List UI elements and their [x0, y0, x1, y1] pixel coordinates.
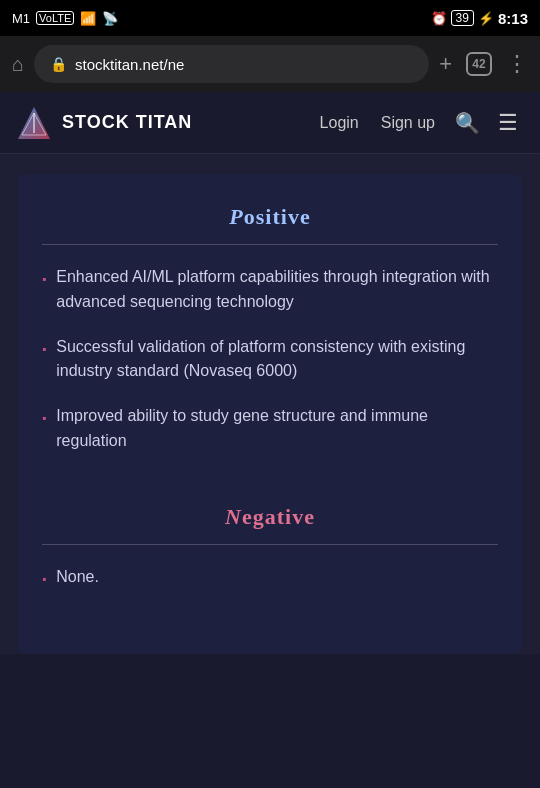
url-text: stocktitan.net/ne — [75, 56, 413, 73]
url-lock-icon: 🔒 — [50, 56, 67, 72]
positive-bullet-1: Enhanced AI/ML platform capabilities thr… — [56, 265, 498, 315]
list-item: ▪ Successful validation of platform cons… — [42, 335, 498, 385]
wifi-icon: 📡 — [102, 11, 118, 26]
positive-bullet-2: Successful validation of platform consis… — [56, 335, 498, 385]
positive-title: Positive — [42, 204, 498, 230]
bullet-marker: ▪ — [42, 409, 46, 428]
negative-section: Negative ▪ None. — [42, 504, 498, 590]
list-item: ▪ Enhanced AI/ML platform capabilities t… — [42, 265, 498, 315]
status-right: ⏰ 39 ⚡ 8:13 — [431, 10, 528, 27]
url-bar[interactable]: 🔒 stocktitan.net/ne — [34, 45, 429, 83]
browser-chrome: ⌂ 🔒 stocktitan.net/ne + 42 ⋮ — [0, 36, 540, 92]
signal-icon: 📶 — [80, 11, 96, 26]
signup-link[interactable]: Sign up — [373, 108, 443, 138]
positive-divider — [42, 244, 498, 245]
browser-menu-icon[interactable]: ⋮ — [506, 51, 528, 77]
site-logo: STOCK TITAN — [16, 105, 192, 141]
bullet-marker: ▪ — [42, 340, 46, 359]
site-nav: Login Sign up 🔍 ☰ — [312, 104, 524, 142]
negative-title: Negative — [42, 504, 498, 530]
login-link[interactable]: Login — [312, 108, 367, 138]
browser-actions: + 42 ⋮ — [439, 51, 528, 77]
charging-icon: ⚡ — [478, 11, 494, 26]
negative-divider — [42, 544, 498, 545]
hamburger-menu-icon[interactable]: ☰ — [492, 104, 524, 142]
site-title: STOCK TITAN — [62, 112, 192, 133]
list-item: ▪ Improved ability to study gene structu… — [42, 404, 498, 454]
alarm-icon: ⏰ — [431, 11, 447, 26]
home-icon[interactable]: ⌂ — [12, 53, 24, 76]
negative-bullet-list: ▪ None. — [42, 565, 498, 590]
battery-level: 39 — [451, 10, 474, 26]
negative-bullet-1: None. — [56, 565, 99, 590]
positive-bullet-3: Improved ability to study gene structure… — [56, 404, 498, 454]
bullet-marker: ▪ — [42, 270, 46, 289]
positive-bullet-list: ▪ Enhanced AI/ML platform capabilities t… — [42, 265, 498, 454]
search-icon[interactable]: 🔍 — [449, 105, 486, 141]
status-left: M1 VoLTE 📶 📡 — [12, 11, 118, 26]
bullet-marker: ▪ — [42, 570, 46, 589]
tabs-count-badge[interactable]: 42 — [466, 52, 492, 76]
status-time: 8:13 — [498, 10, 528, 27]
logo-icon — [16, 105, 52, 141]
positive-section: Positive ▪ Enhanced AI/ML platform capab… — [42, 204, 498, 454]
carrier-label: M1 — [12, 11, 30, 26]
volte-badge: VoLTE — [36, 11, 74, 25]
list-item: ▪ None. — [42, 565, 498, 590]
sentiment-card: Positive ▪ Enhanced AI/ML platform capab… — [18, 174, 522, 654]
new-tab-icon[interactable]: + — [439, 51, 452, 77]
site-header: STOCK TITAN Login Sign up 🔍 ☰ — [0, 92, 540, 154]
status-bar: M1 VoLTE 📶 📡 ⏰ 39 ⚡ 8:13 — [0, 0, 540, 36]
main-content: Positive ▪ Enhanced AI/ML platform capab… — [0, 154, 540, 654]
